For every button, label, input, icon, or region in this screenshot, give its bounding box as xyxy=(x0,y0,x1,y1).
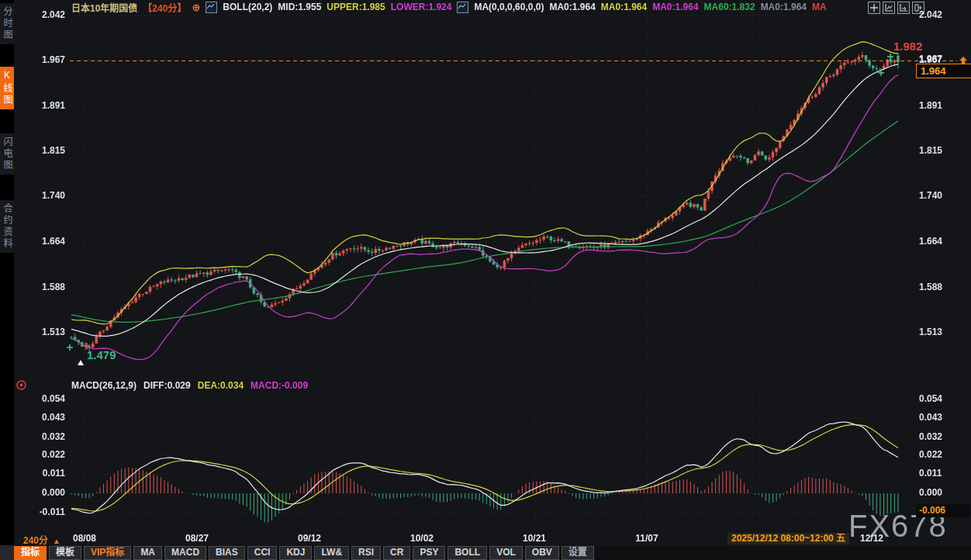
sidebar-tab-0[interactable]: 分时图 xyxy=(0,3,14,44)
toolbar-tab-KDJ[interactable]: KDJ xyxy=(279,546,312,560)
indicator-toolbar: 指标模板VIP指标MAMACDBIASCCIKDJLW&RSICRPSYBOLL… xyxy=(14,546,971,560)
axis-label: 1.740 xyxy=(22,190,65,201)
last-axis-price: 1.967 xyxy=(919,54,942,64)
axis-label: 0.022 xyxy=(22,449,65,460)
ma60-value: MA60:1.832 xyxy=(704,2,755,12)
axis-label: 0.000 xyxy=(22,487,65,498)
date-label: 09/12 xyxy=(298,533,321,544)
axis-label: 1.815 xyxy=(919,145,967,156)
axis-label: 0.054 xyxy=(22,393,65,404)
zoom-plus-icon[interactable]: ⊕ xyxy=(192,2,200,12)
chart-canvas[interactable] xyxy=(0,0,971,560)
axis-label: 0.022 xyxy=(919,449,967,460)
boll-mid-value: MID:1.955 xyxy=(278,2,321,12)
axis-label: 0.054 xyxy=(919,393,967,404)
axis-label: 1.891 xyxy=(919,100,967,111)
date-label: 11/07 xyxy=(635,533,658,544)
macd-header: MACD(26,12,9) DIFF:0.029 DEA:0.034 MACD:… xyxy=(71,380,308,392)
axis-label: 0.043 xyxy=(919,412,967,423)
toolbar-tab-设置[interactable]: 设置 xyxy=(562,546,594,560)
axis-label: 2.042 xyxy=(919,9,967,20)
axis-label: -0.011 xyxy=(22,506,65,517)
ma-indicator-icon[interactable] xyxy=(457,2,468,13)
toolbar-tab-MA[interactable]: MA xyxy=(133,546,162,560)
toolbar-tab-VIP指标[interactable]: VIP指标 xyxy=(84,546,131,560)
toolbar-tab-PSY[interactable]: PSY xyxy=(413,546,445,560)
axis-label: 0.011 xyxy=(919,468,967,479)
toolbar-tab-CCI[interactable]: CCI xyxy=(247,546,278,560)
boll-indicator-icon[interactable] xyxy=(206,2,217,13)
toolbar-tab-LW&[interactable]: LW& xyxy=(314,546,349,560)
axis-label: 0.032 xyxy=(919,431,967,442)
toolbar-tab-OBV[interactable]: OBV xyxy=(525,546,559,560)
axis-label: 2.042 xyxy=(22,9,65,20)
axis-label: 0.011 xyxy=(22,468,65,479)
axis-label: 1.967 xyxy=(22,54,65,65)
chart-toolbar-icons xyxy=(868,2,924,14)
trading-app: 分时图K线图闪电图合约资料 日本10年期国债 【240分】 ⊕ BOLL(20,… xyxy=(0,0,971,560)
crosshair-icon[interactable] xyxy=(868,2,880,14)
record-dot-icon[interactable] xyxy=(16,379,27,394)
boll-lower-value: LOWER:1.924 xyxy=(391,2,452,12)
date-label: 08/27 xyxy=(185,533,209,544)
sidebar-tab-1[interactable]: K线图 xyxy=(0,67,14,109)
chart-header: 日本10年期国债 【240分】 ⊕ BOLL(20,2) MID:1.955 U… xyxy=(71,1,827,13)
boll-label: BOLL(20,2) xyxy=(223,2,272,12)
sidebar: 分时图K线图闪电图合约资料 xyxy=(0,0,14,560)
ma-label: MA(0,0,0,60,0,0) xyxy=(474,2,544,12)
date-label: 10/21 xyxy=(523,533,546,544)
current-session-label: 2025/12/12 08:00~12:00 五 xyxy=(727,533,849,544)
ma-red-label: MA xyxy=(812,2,827,12)
axis-label: 1.815 xyxy=(22,145,65,156)
last-date-label: 12/12 xyxy=(860,533,883,544)
period-selector[interactable]: 240分▲ xyxy=(23,533,60,546)
axis-label: 0.032 xyxy=(22,431,65,442)
toolbar-tab-BOLL[interactable]: BOLL xyxy=(447,546,487,560)
axis-label: 1.664 xyxy=(919,236,967,247)
toolbar-tab-BIAS[interactable]: BIAS xyxy=(209,546,245,560)
toolbar-tab-MACD[interactable]: MACD xyxy=(164,546,206,560)
toolbar-tab-RSI[interactable]: RSI xyxy=(351,546,381,560)
axis-label: 1.740 xyxy=(919,190,967,201)
main-indicator-panel-icon[interactable] xyxy=(883,2,895,14)
toolbar-tab-CR[interactable]: CR xyxy=(383,546,410,560)
sidebar-tab-3[interactable]: 合约资料 xyxy=(0,200,14,253)
date-label: 10/02 xyxy=(410,533,434,544)
date-label: 08/08 xyxy=(73,533,96,544)
price-up-arrow-icon xyxy=(959,54,968,68)
ma0-gray-value: MA0:1.964 xyxy=(761,2,807,12)
low-price-annotation: 1.479 xyxy=(87,348,116,361)
axis-label: 1.891 xyxy=(22,100,65,111)
axis-label: 1.664 xyxy=(22,236,65,247)
period-up-triangle-icon: ▲ xyxy=(53,537,60,545)
toolbar-tab-模板[interactable]: 模板 xyxy=(49,546,81,560)
axis-label: 1.588 xyxy=(22,282,65,292)
ma0-white-value: MA0:1.964 xyxy=(549,2,595,12)
macd-bar-value: MACD:-0.009 xyxy=(251,380,308,392)
toolbar-tab-VOL[interactable]: VOL xyxy=(489,546,523,560)
axis-label: 0.043 xyxy=(22,412,65,423)
macd-label: MACD(26,12,9) xyxy=(71,380,136,392)
sidebar-bottom-block xyxy=(0,545,14,560)
axis-label: 1.513 xyxy=(22,327,65,337)
sub-indicator-panel-icon[interactable] xyxy=(897,2,910,14)
axis-label: 0.000 xyxy=(919,487,967,498)
instrument-name: 日本10年期国债 xyxy=(71,1,137,14)
axis-label: 1.588 xyxy=(919,282,967,292)
ma0-yellow-value: MA0:1.964 xyxy=(601,2,647,12)
ma0-magenta-value: MA0:1.964 xyxy=(652,2,698,12)
boll-upper-value: UPPER:1.985 xyxy=(327,2,385,12)
toolbar-tab-指标[interactable]: 指标 xyxy=(14,546,47,560)
axis-label: 1.513 xyxy=(919,327,967,337)
macd-current-value-box: -0.006 xyxy=(916,504,970,517)
macd-diff-value: DIFF:0.029 xyxy=(143,380,191,392)
high-price-annotation: 1.982 xyxy=(893,40,923,53)
sidebar-tab-2[interactable]: 闪电图 xyxy=(0,133,14,175)
period-badge[interactable]: 【240分】 xyxy=(143,1,186,14)
macd-dea-value: DEA:0.034 xyxy=(198,380,244,392)
